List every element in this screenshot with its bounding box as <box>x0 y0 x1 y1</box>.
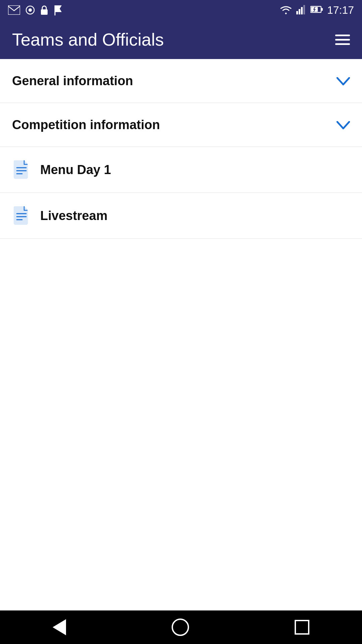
mail-icon <box>8 5 20 15</box>
livestream-left: Livestream <box>12 206 108 225</box>
back-button[interactable] <box>53 619 66 635</box>
sync-icon <box>25 5 35 15</box>
svg-rect-7 <box>301 7 303 14</box>
status-bar: 17:17 <box>0 0 362 20</box>
flag-icon <box>54 5 63 15</box>
app-header: Teams and Officials <box>0 20 362 59</box>
competition-information-item[interactable]: Competition information <box>0 103 362 147</box>
svg-rect-6 <box>299 9 300 14</box>
svg-rect-8 <box>303 5 305 14</box>
home-icon <box>172 619 189 636</box>
menu-day-1-item[interactable]: Menu Day 1 <box>0 147 362 193</box>
livestream-label: Livestream <box>40 209 108 223</box>
competition-information-label: Competition information <box>12 118 160 132</box>
menu-day-1-doc-icon <box>12 160 31 179</box>
bottom-nav-bar <box>0 610 362 644</box>
general-information-item[interactable]: General information <box>0 59 362 103</box>
competition-information-left: Competition information <box>12 118 160 132</box>
status-time: 17:17 <box>327 4 354 16</box>
livestream-item[interactable]: Livestream <box>0 193 362 239</box>
wifi-icon <box>280 4 292 16</box>
menu-button[interactable] <box>335 35 350 45</box>
battery-icon <box>310 5 323 15</box>
menu-day-1-left: Menu Day 1 <box>12 160 111 179</box>
status-icons-left <box>8 5 63 15</box>
lock-icon <box>40 5 48 15</box>
status-icons-right: 17:17 <box>280 4 354 16</box>
home-button[interactable] <box>172 619 189 636</box>
recent-apps-icon <box>295 620 309 635</box>
back-icon <box>53 619 66 635</box>
svg-point-2 <box>28 8 32 12</box>
svg-rect-5 <box>296 11 298 14</box>
signal-icon <box>296 4 306 16</box>
general-information-chevron <box>337 72 350 89</box>
page-title: Teams and Officials <box>12 30 164 50</box>
svg-rect-10 <box>321 8 323 11</box>
menu-day-1-label: Menu Day 1 <box>40 163 111 177</box>
competition-information-chevron <box>337 116 350 133</box>
livestream-doc-icon <box>12 206 31 225</box>
content-area: General information Competition informat… <box>0 59 362 239</box>
general-information-left: General information <box>12 74 133 88</box>
svg-rect-0 <box>8 5 20 15</box>
general-information-label: General information <box>12 74 133 88</box>
svg-rect-3 <box>41 9 48 15</box>
recent-apps-button[interactable] <box>295 620 309 635</box>
